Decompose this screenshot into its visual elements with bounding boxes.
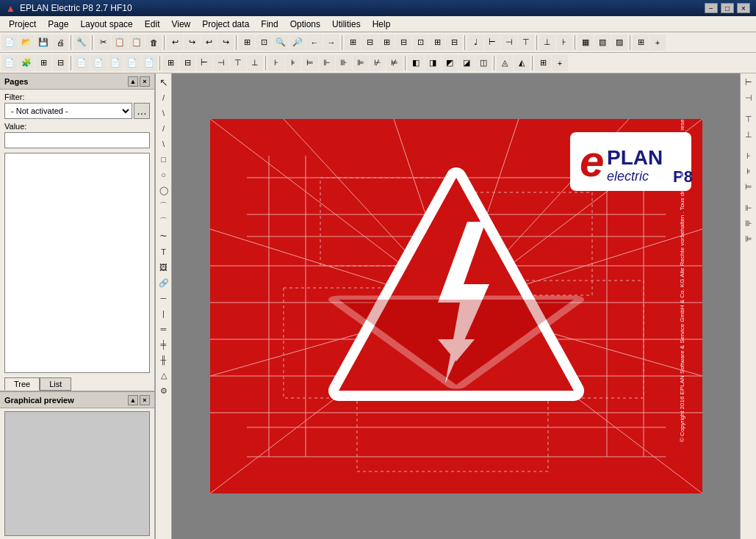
properties-icon[interactable]: 🔧 bbox=[73, 35, 90, 51]
close-button[interactable]: × bbox=[737, 3, 750, 13]
r2-icon[interactable]: ◨ bbox=[425, 55, 441, 71]
menu-item-page[interactable]: Page bbox=[42, 18, 74, 31]
select-icon[interactable]: ↖ bbox=[156, 75, 171, 90]
sym-a-icon[interactable]: ⊞ bbox=[162, 55, 179, 71]
menu-item-help[interactable]: Help bbox=[367, 18, 397, 31]
bus-f-icon[interactable]: ⊫ bbox=[353, 55, 369, 71]
sym5-icon[interactable]: ⊥ bbox=[539, 35, 555, 51]
menu-item-edit[interactable]: Edit bbox=[139, 18, 166, 31]
page3-icon[interactable]: 📄 bbox=[90, 55, 107, 71]
tab-list[interactable]: List bbox=[40, 377, 71, 391]
menu-item-layout-space[interactable]: Layout space bbox=[74, 18, 138, 31]
grid7-icon[interactable]: ⊟ bbox=[446, 35, 462, 51]
page6-icon[interactable]: 📄 bbox=[141, 55, 157, 71]
draw-text-icon[interactable]: T bbox=[156, 245, 171, 259]
sym-e-icon[interactable]: ⊤ bbox=[230, 55, 246, 71]
r4-icon[interactable]: ◪ bbox=[458, 55, 475, 71]
grid1-icon[interactable]: ⊞ bbox=[345, 35, 361, 51]
sym4-icon[interactable]: ⊤ bbox=[518, 35, 534, 51]
rt-icon1[interactable]: ⊢ bbox=[741, 75, 756, 90]
value-input[interactable] bbox=[4, 132, 150, 148]
minimize-button[interactable]: − bbox=[705, 3, 718, 13]
draw-rect-icon[interactable]: □ bbox=[156, 152, 171, 167]
copy-icon[interactable]: 📋 bbox=[112, 35, 128, 51]
sym-f-icon[interactable]: ⊥ bbox=[247, 55, 263, 71]
menu-item-options[interactable]: Options bbox=[284, 18, 326, 31]
pages-minimize-btn[interactable]: ▲ bbox=[128, 76, 138, 87]
page-icon[interactable]: 📄 bbox=[1, 55, 18, 71]
preview-close-btn[interactable]: × bbox=[140, 395, 150, 405]
r1-icon[interactable]: ◧ bbox=[408, 55, 424, 71]
draw-line-diag4-icon[interactable]: \ bbox=[156, 137, 171, 151]
sym1-icon[interactable]: ♩ bbox=[467, 35, 483, 51]
r5-icon[interactable]: ◫ bbox=[475, 55, 492, 71]
page5-icon[interactable]: 📄 bbox=[124, 55, 140, 71]
extra2-icon[interactable]: + bbox=[649, 35, 666, 51]
print-icon[interactable]: 🖨 bbox=[52, 35, 68, 51]
redo-icon[interactable]: ↪ bbox=[184, 35, 200, 51]
draw-arc-icon[interactable]: ⌒ bbox=[156, 198, 171, 213]
rt-icon3[interactable]: ⊤ bbox=[741, 112, 756, 126]
maximize-button[interactable]: □ bbox=[721, 3, 734, 13]
q2-icon[interactable]: ◭ bbox=[514, 55, 530, 71]
v1-icon[interactable]: ⊞ bbox=[535, 55, 551, 71]
draw-circle-icon[interactable]: ○ bbox=[156, 167, 171, 182]
tb2-icon3[interactable]: ⊞ bbox=[35, 55, 51, 71]
zoom-prev-icon[interactable]: ← bbox=[306, 35, 323, 51]
sym-d-icon[interactable]: ⊣ bbox=[213, 55, 229, 71]
draw-vert-icon[interactable]: | bbox=[156, 306, 171, 321]
filter2-icon[interactable]: ▧ bbox=[594, 35, 611, 51]
sym-b-icon[interactable]: ⊟ bbox=[179, 55, 195, 71]
zoom-box-icon[interactable]: ⊞ bbox=[239, 35, 255, 51]
rt-icon4[interactable]: ⊥ bbox=[741, 127, 756, 142]
sym6-icon[interactable]: ⊦ bbox=[556, 35, 572, 51]
draw-cross1-icon[interactable]: ╪ bbox=[156, 337, 171, 352]
filter-more-button[interactable]: … bbox=[134, 103, 150, 119]
bus-b-icon[interactable]: ⊧ bbox=[285, 55, 301, 71]
draw-line-diag3-icon[interactable]: / bbox=[156, 121, 171, 136]
rt-icon8[interactable]: ⊩ bbox=[741, 200, 756, 215]
grid2-icon[interactable]: ⊟ bbox=[361, 35, 378, 51]
redo2-icon[interactable]: ↪ bbox=[217, 35, 234, 51]
zoom-next-icon[interactable]: → bbox=[323, 35, 339, 51]
draw-triangle-icon[interactable]: △ bbox=[156, 368, 171, 383]
r3-icon[interactable]: ◩ bbox=[442, 55, 458, 71]
sym-c-icon[interactable]: ⊢ bbox=[196, 55, 212, 71]
filter-icon[interactable]: ▦ bbox=[577, 35, 594, 51]
bus-c-icon[interactable]: ⊨ bbox=[302, 55, 318, 71]
zoom-in-icon[interactable]: 🔍 bbox=[273, 35, 289, 51]
grid5-icon[interactable]: ⊡ bbox=[412, 35, 428, 51]
pages-close-btn[interactable]: × bbox=[140, 76, 150, 87]
draw-ellipse-icon[interactable]: ◯ bbox=[156, 183, 171, 198]
draw-dbl-horiz-icon[interactable]: ═ bbox=[156, 322, 171, 336]
page4-icon[interactable]: 📄 bbox=[107, 55, 123, 71]
tb2-icon4[interactable]: ⊟ bbox=[52, 55, 68, 71]
draw-cross2-icon[interactable]: ╫ bbox=[156, 352, 171, 367]
preview-minimize-btn[interactable]: ▲ bbox=[128, 395, 138, 405]
cut-icon[interactable]: ✂ bbox=[95, 35, 111, 51]
menu-item-project-data[interactable]: Project data bbox=[196, 18, 255, 31]
q1-icon[interactable]: ◬ bbox=[497, 55, 513, 71]
tree-area[interactable] bbox=[4, 153, 150, 373]
draw-line-diag2-icon[interactable]: \ bbox=[156, 106, 171, 120]
draw-image-icon[interactable]: 🖼 bbox=[156, 260, 171, 275]
zoom-out-icon[interactable]: 🔎 bbox=[289, 35, 306, 51]
extra1-icon[interactable]: ⊞ bbox=[633, 35, 649, 51]
bus-g-icon[interactable]: ⊬ bbox=[370, 55, 386, 71]
bus-a-icon[interactable]: ⊦ bbox=[268, 55, 284, 71]
v2-icon[interactable]: + bbox=[552, 55, 568, 71]
draw-gear-icon[interactable]: ⚙ bbox=[156, 383, 171, 398]
undo-icon[interactable]: ↩ bbox=[167, 35, 183, 51]
rt-icon5[interactable]: ⊦ bbox=[741, 148, 756, 163]
grid4-icon[interactable]: ⊟ bbox=[395, 35, 411, 51]
bus-e-icon[interactable]: ⊪ bbox=[336, 55, 352, 71]
bus-h-icon[interactable]: ⊭ bbox=[386, 55, 403, 71]
menu-item-view[interactable]: View bbox=[165, 18, 196, 31]
draw-horiz-icon[interactable]: ─ bbox=[156, 291, 171, 305]
draw-spline-icon[interactable]: ~ bbox=[156, 229, 171, 244]
save-icon[interactable]: 💾 bbox=[35, 35, 51, 51]
tab-tree[interactable]: Tree bbox=[4, 377, 40, 391]
rt-icon10[interactable]: ⊫ bbox=[741, 231, 756, 246]
rt-icon6[interactable]: ⊧ bbox=[741, 164, 756, 178]
plugin-icon[interactable]: 🧩 bbox=[18, 55, 35, 71]
